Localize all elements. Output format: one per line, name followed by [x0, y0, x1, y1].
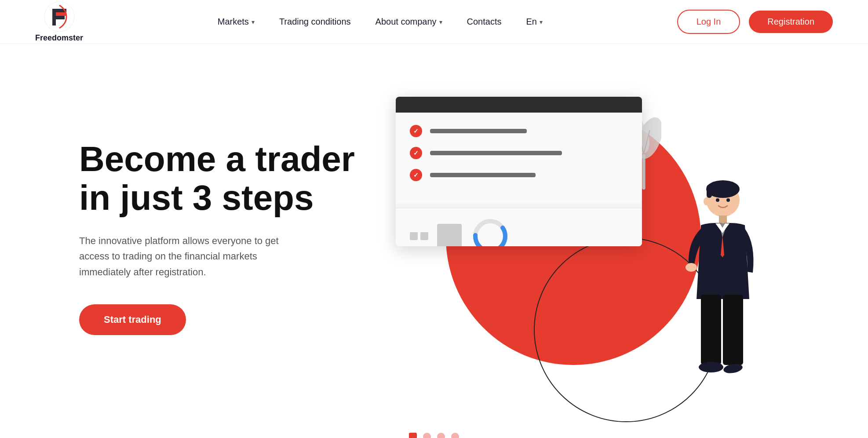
browser-mockup	[396, 97, 642, 246]
svg-point-1	[475, 221, 505, 246]
brand-name: Freedomster	[35, 33, 83, 43]
svg-point-11	[716, 198, 719, 202]
svg-point-12	[726, 198, 730, 202]
chevron-down-icon-3: ▾	[540, 18, 543, 26]
register-button[interactable]: Registration	[749, 11, 833, 33]
carousel-dot-4[interactable]	[451, 433, 459, 438]
carousel-dot-2[interactable]	[423, 433, 431, 438]
donut-chart	[470, 216, 510, 246]
carousel-dot-3[interactable]	[437, 433, 445, 438]
checklist-row-1	[410, 125, 628, 137]
svg-rect-17	[723, 295, 743, 365]
browser-bottom-panel	[396, 208, 642, 246]
svg-rect-10	[707, 185, 712, 198]
svg-point-18	[699, 362, 723, 372]
svg-point-13	[704, 197, 709, 205]
svg-point-15	[686, 263, 697, 272]
logo-icon	[44, 1, 75, 33]
nav-item-about-company[interactable]: About company ▾	[376, 17, 442, 27]
check-icon-1	[410, 125, 422, 137]
rect-block	[437, 224, 462, 246]
chevron-down-icon-2: ▾	[439, 18, 442, 26]
checklist-line-2	[430, 151, 562, 155]
check-icon-3	[410, 169, 422, 181]
hero-illustration	[361, 79, 789, 396]
nav-item-trading-conditions[interactable]: Trading conditions	[279, 17, 351, 27]
logo[interactable]: Freedomster	[35, 1, 83, 43]
checklist-line-3	[430, 173, 536, 177]
browser-checklist	[396, 113, 642, 203]
nav-links: Markets ▾ Trading conditions About compa…	[83, 17, 677, 27]
checklist-line-1	[430, 129, 527, 133]
nav-actions: Log In Registration	[677, 10, 833, 34]
nav-item-contacts[interactable]: Contacts	[467, 17, 502, 27]
hero-title: Become a trader in just 3 steps	[79, 140, 361, 217]
carousel-dots	[0, 422, 868, 438]
dots-group	[410, 232, 428, 240]
character-figure	[657, 176, 762, 387]
check-icon-2	[410, 147, 422, 159]
browser-titlebar	[396, 97, 642, 113]
hero-section: Become a trader in just 3 steps The inno…	[0, 44, 868, 422]
navbar: Freedomster Markets ▾ Trading conditions…	[0, 0, 868, 44]
svg-rect-3	[642, 154, 645, 190]
checklist-row-3	[410, 169, 628, 181]
nav-item-markets[interactable]: Markets ▾	[218, 17, 255, 27]
hero-content: Become a trader in just 3 steps The inno…	[79, 140, 361, 335]
login-button[interactable]: Log In	[677, 10, 740, 34]
start-trading-button[interactable]: Start trading	[79, 304, 186, 335]
dot-1	[410, 232, 418, 240]
carousel-dot-1[interactable]	[409, 433, 417, 438]
hero-subtitle: The innovative platform allows everyone …	[79, 233, 308, 280]
chevron-down-icon: ▾	[252, 18, 255, 26]
dot-2	[420, 232, 428, 240]
checklist-row-2	[410, 147, 628, 159]
svg-rect-16	[701, 295, 721, 365]
nav-item-language[interactable]: En ▾	[526, 17, 542, 27]
